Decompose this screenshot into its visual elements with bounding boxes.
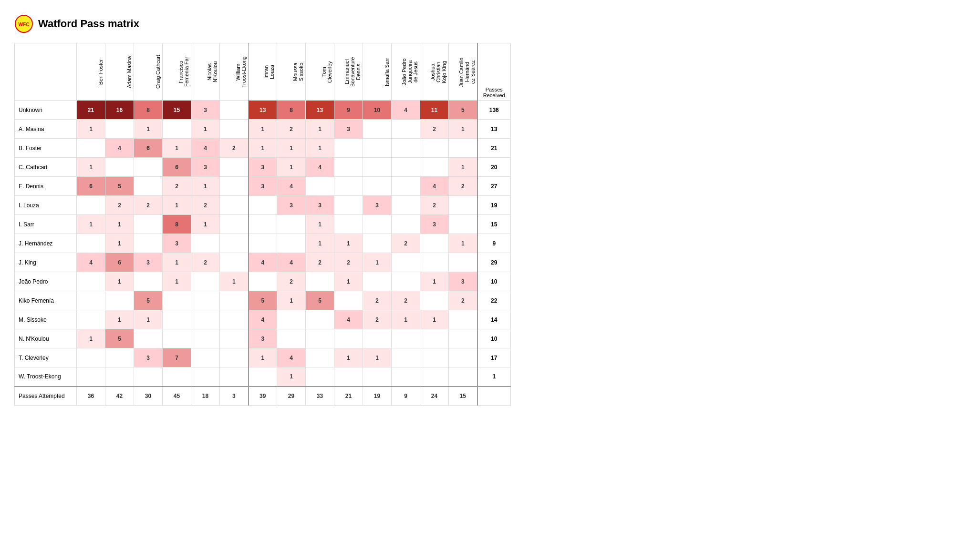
cell-10-11: 2 [392, 291, 420, 310]
passes-attempted-11: 9 [392, 387, 420, 406]
cell-2-2: 6 [134, 139, 163, 158]
table-row: T. Cleverley37141117 [15, 348, 511, 367]
cell-1-12: 2 [420, 120, 449, 139]
cell-10-6: 5 [249, 291, 277, 310]
cell-10-13: 2 [449, 291, 477, 310]
cell-10-7: 1 [277, 291, 306, 310]
cell-8-2: 3 [134, 253, 163, 272]
cell-0-4: 3 [191, 101, 220, 120]
passes-received-9: 10 [477, 272, 511, 291]
table-row: C. Cathcart163314120 [15, 158, 511, 177]
cell-12-0: 1 [77, 329, 105, 348]
svg-text:WFC: WFC [19, 22, 30, 27]
cell-8-5 [220, 253, 249, 272]
cell-5-13 [449, 196, 477, 215]
cell-0-0: 21 [77, 101, 105, 120]
cell-2-11 [392, 139, 420, 158]
cell-14-2 [134, 367, 163, 387]
cell-3-8: 4 [306, 158, 334, 177]
col-header-8: TomCleverley [306, 43, 334, 101]
table-row: W. Troost-Ekong11 [15, 367, 511, 387]
cell-2-12 [420, 139, 449, 158]
cell-1-9: 3 [334, 120, 363, 139]
cell-1-6: 1 [249, 120, 277, 139]
passes-attempted-8: 33 [306, 387, 334, 406]
cell-11-7 [277, 310, 306, 329]
cell-12-13 [449, 329, 477, 348]
cell-0-7: 8 [277, 101, 306, 120]
cell-1-8: 1 [306, 120, 334, 139]
row-header-0: Unknown [15, 101, 77, 120]
cell-12-4 [191, 329, 220, 348]
cell-2-9 [334, 139, 363, 158]
cell-6-12: 3 [420, 215, 449, 234]
passes-attempted-5: 3 [220, 387, 249, 406]
cell-5-11 [392, 196, 420, 215]
row-header-13: T. Cleverley [15, 348, 77, 367]
cell-13-6: 1 [249, 348, 277, 367]
cell-2-10 [363, 139, 392, 158]
passes-attempted-2: 30 [134, 387, 163, 406]
cell-9-10 [363, 272, 392, 291]
cell-12-2 [134, 329, 163, 348]
cell-2-1: 4 [105, 139, 134, 158]
cell-12-10 [363, 329, 392, 348]
cell-5-0 [77, 196, 105, 215]
cell-14-11 [392, 367, 420, 387]
cell-2-8: 1 [306, 139, 334, 158]
cell-9-3: 1 [163, 272, 191, 291]
cell-10-9 [334, 291, 363, 310]
passes-received-7: 9 [477, 234, 511, 253]
cell-4-12: 4 [420, 177, 449, 196]
cell-1-13: 1 [449, 120, 477, 139]
cell-13-5 [220, 348, 249, 367]
cell-4-13: 2 [449, 177, 477, 196]
cell-1-2: 1 [134, 120, 163, 139]
col-header-9: EmmanuelBonaventureDennis [334, 43, 363, 101]
cell-3-2 [134, 158, 163, 177]
cell-4-10 [363, 177, 392, 196]
passes-attempted-10: 19 [363, 387, 392, 406]
cell-14-10 [363, 367, 392, 387]
cell-10-2: 5 [134, 291, 163, 310]
cell-4-9 [334, 177, 363, 196]
cell-11-2: 1 [134, 310, 163, 329]
cell-4-0: 6 [77, 177, 105, 196]
cell-0-8: 13 [306, 101, 334, 120]
cell-13-0 [77, 348, 105, 367]
cell-11-6: 4 [249, 310, 277, 329]
passes-received-6: 15 [477, 215, 511, 234]
cell-7-12 [420, 234, 449, 253]
cell-0-12: 11 [420, 101, 449, 120]
cell-5-6 [249, 196, 277, 215]
cell-4-6: 3 [249, 177, 277, 196]
cell-9-12: 1 [420, 272, 449, 291]
row-header-3: C. Cathcart [15, 158, 77, 177]
cell-3-1 [105, 158, 134, 177]
cell-7-11: 2 [392, 234, 420, 253]
cell-10-4 [191, 291, 220, 310]
cell-8-6: 4 [249, 253, 277, 272]
passes-attempted-0: 36 [77, 387, 105, 406]
cell-1-3 [163, 120, 191, 139]
cell-7-6 [249, 234, 277, 253]
cell-6-0: 1 [77, 215, 105, 234]
cell-6-7 [277, 215, 306, 234]
cell-4-11 [392, 177, 420, 196]
passes-attempted-6: 39 [249, 387, 277, 406]
passes-attempted-row: Passes Attempted364230451833929332119924… [15, 387, 511, 406]
cell-10-10: 2 [363, 291, 392, 310]
cell-5-7: 3 [277, 196, 306, 215]
cell-3-13: 1 [449, 158, 477, 177]
col-header-12: JoshuaChristianKojo King [420, 43, 449, 101]
cell-8-8: 2 [306, 253, 334, 272]
cell-13-12 [420, 348, 449, 367]
cell-0-2: 8 [134, 101, 163, 120]
cell-4-8 [306, 177, 334, 196]
passes-received-10: 22 [477, 291, 511, 310]
col-header-3: FranciscoFemenía Far [163, 43, 191, 101]
cell-0-13: 5 [449, 101, 477, 120]
cell-6-13 [449, 215, 477, 234]
passes-received-0: 136 [477, 101, 511, 120]
cell-5-10: 3 [363, 196, 392, 215]
